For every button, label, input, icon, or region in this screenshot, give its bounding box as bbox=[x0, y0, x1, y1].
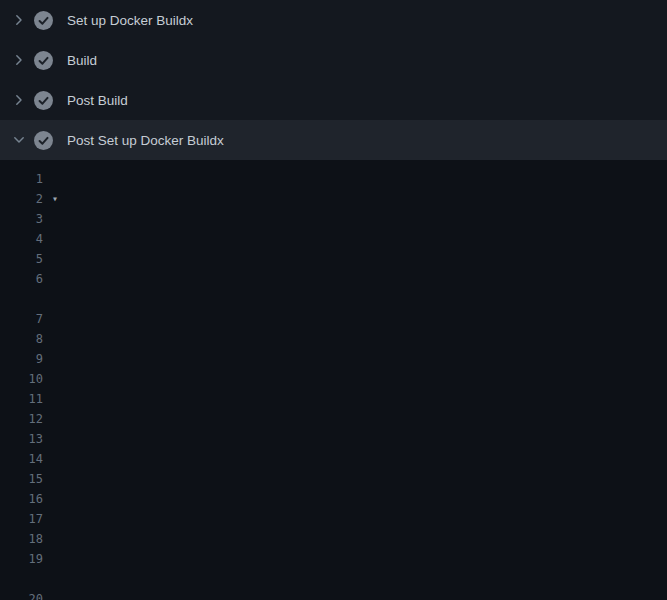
line-number[interactable]: 19 bbox=[0, 549, 43, 569]
line-number[interactable]: 16 bbox=[0, 489, 43, 509]
step-label: Build bbox=[67, 53, 97, 68]
log-row: 4 ▾ time="2021-04-23T18:02:37Z" level=in… bbox=[0, 229, 667, 249]
line-number[interactable]: 14 bbox=[0, 449, 43, 469]
log-row: 9 ▾ time="2021-04-23T18:02:37Z" level=wa… bbox=[0, 349, 667, 369]
line-number[interactable]: 13 bbox=[0, 429, 43, 449]
log-row: 12 ▾ time="2021-04-23T18:02:38Z" level=d… bbox=[0, 409, 667, 429]
line-number[interactable]: 20 bbox=[0, 589, 43, 600]
chevron-right-icon[interactable] bbox=[12, 93, 26, 107]
check-circle-icon bbox=[34, 131, 53, 150]
log-row: 19 ▾ time="2021-04-23T18:02:38Z" level=d… bbox=[0, 549, 667, 569]
line-number[interactable]: 7 bbox=[0, 309, 43, 329]
log-row: 1 ▾ Post job cleanup. bbox=[0, 169, 667, 189]
step-label: Post Set up Docker Buildx bbox=[67, 133, 224, 148]
log-row: 2 ▾ BuildKit container logs bbox=[0, 189, 667, 209]
line-number[interactable]: 8 bbox=[0, 329, 43, 349]
step-row-2[interactable]: Post Build bbox=[0, 80, 667, 120]
log-row: 15 ▾ time="2021-04-23T18:02:38Z" level=d… bbox=[0, 469, 667, 489]
chevron-right-icon[interactable] bbox=[12, 53, 26, 67]
log-row: 3 ▾ /usr/bin/docker logs buildx_buildkit… bbox=[0, 209, 667, 229]
step-row-1[interactable]: Build bbox=[0, 40, 667, 80]
log-row: 5 ▾ time="2021-04-23T18:02:37Z" level=wa… bbox=[0, 249, 667, 269]
step-row-0[interactable]: Set up Docker Buildx bbox=[0, 0, 667, 40]
line-number[interactable]: 18 bbox=[0, 529, 43, 549]
line-number[interactable]: 9 bbox=[0, 349, 43, 369]
step-row-3[interactable]: Post Set up Docker Buildx bbox=[0, 120, 667, 160]
group-expander-triangle-icon[interactable]: ▾ bbox=[52, 189, 58, 209]
log-row: 16 ▾ time="2021-04-23T18:02:38Z" level=d… bbox=[0, 489, 667, 509]
log-pane[interactable]: 1 ▾ Post job cleanup. 2 ▾ BuildKit conta… bbox=[0, 160, 667, 600]
line-number[interactable]: 3 bbox=[0, 209, 43, 229]
check-circle-icon bbox=[34, 51, 53, 70]
log-row: 20 ▾ time="2021-04-23T18:02:38Z" level=d… bbox=[0, 589, 667, 600]
line-number[interactable]: 10 bbox=[0, 369, 43, 389]
log-row: 10 ▾ time="2021-04-23T18:02:37Z" level=i… bbox=[0, 369, 667, 389]
line-number[interactable]: 12 bbox=[0, 409, 43, 429]
check-circle-icon bbox=[34, 91, 53, 110]
check-circle-icon bbox=[34, 11, 53, 30]
line-number[interactable]: 6 bbox=[0, 269, 43, 289]
chevron-down-icon[interactable] bbox=[12, 133, 26, 147]
chevron-right-icon[interactable] bbox=[12, 13, 26, 27]
log-row: 8 ▾ time="2021-04-23T18:02:37Z" level=in… bbox=[0, 329, 667, 349]
line-number[interactable]: 2 bbox=[0, 189, 43, 209]
log-row: ▾ linux/riscv64 linux/ppc64le linux/s390… bbox=[0, 289, 667, 309]
line-number[interactable]: 5 bbox=[0, 249, 43, 269]
line-number[interactable]: 15 bbox=[0, 469, 43, 489]
log-row: 18 ▾ time="2021-04-23T18:02:38Z" level=d… bbox=[0, 529, 667, 549]
line-number[interactable]: 1 bbox=[0, 169, 43, 189]
log-row: 17 ▾ time="2021-04-23T18:02:38Z" level=d… bbox=[0, 509, 667, 529]
line-number[interactable]: 11 bbox=[0, 389, 43, 409]
line-number[interactable]: 4 bbox=[0, 229, 43, 249]
step-label: Post Build bbox=[67, 93, 128, 108]
steps-list: Set up Docker Buildx Build Post Build Po… bbox=[0, 0, 667, 160]
log-row: 14 ▾ time="2021-04-23T18:02:38Z" level=d… bbox=[0, 449, 667, 469]
actions-log-viewer: { "colors": { "steps_background": "#1418… bbox=[0, 0, 667, 600]
log-row: 7 ▾ time="2021-04-23T18:02:37Z" level=wa… bbox=[0, 309, 667, 329]
log-row: 11 ▾ time="2021-04-23T18:02:38Z" level=d… bbox=[0, 389, 667, 409]
line-number[interactable]: 17 bbox=[0, 509, 43, 529]
log-row: ▾ application/vnd.oci.image.index.v1+jso… bbox=[0, 569, 667, 589]
log-row: 13 ▾ time="2021-04-23T18:02:38Z" level=d… bbox=[0, 429, 667, 449]
log-row: 6 ▾ time="2021-04-23T18:02:37Z" level=in… bbox=[0, 269, 667, 289]
step-label: Set up Docker Buildx bbox=[67, 13, 193, 28]
